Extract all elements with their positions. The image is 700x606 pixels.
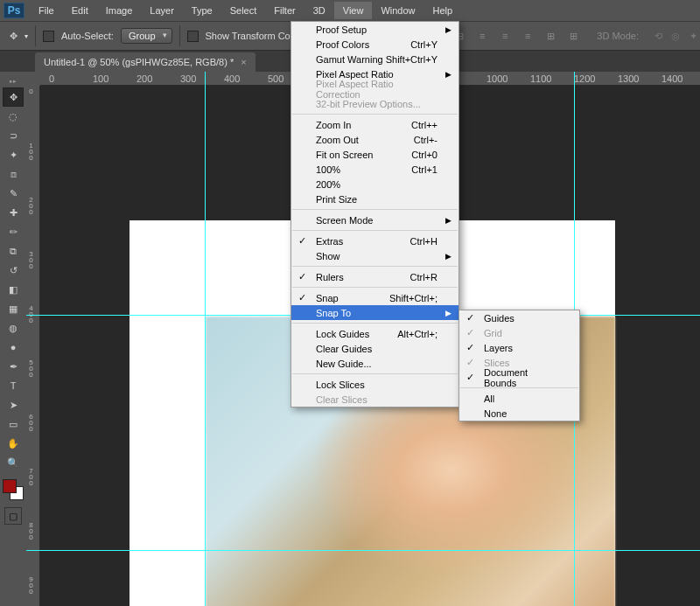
- ruler-tick: 900: [27, 575, 35, 594]
- quick-mask-toggle[interactable]: ▢: [4, 507, 22, 525]
- menu-item-none[interactable]: None: [459, 406, 579, 421]
- fg-color[interactable]: [3, 479, 17, 493]
- menu-item-lock-slices[interactable]: Lock Slices: [291, 377, 458, 392]
- align-btn[interactable]: ≡: [472, 26, 492, 45]
- check-icon: ✓: [466, 342, 474, 353]
- menu-item-print-size[interactable]: Print Size: [291, 192, 458, 206]
- menu-help[interactable]: Help: [424, 2, 462, 19]
- tool-eyedropper[interactable]: ✎: [3, 184, 24, 203]
- shortcut: Ctrl+Y: [410, 39, 438, 50]
- menu-image[interactable]: Image: [97, 2, 142, 19]
- tool-gradient[interactable]: ▦: [3, 299, 24, 318]
- menu-layer[interactable]: Layer: [141, 2, 183, 19]
- menu-label: 32-bit Preview Options...: [316, 99, 421, 109]
- align-btn[interactable]: ⊞: [564, 26, 583, 45]
- tool-type[interactable]: T: [3, 376, 24, 395]
- group-combo[interactable]: Group: [121, 28, 172, 44]
- tool-history[interactable]: ↺: [3, 261, 24, 280]
- menu-item-200[interactable]: 200%: [291, 177, 458, 192]
- menu-item-gamut-warning[interactable]: Gamut WarningShift+Ctrl+Y: [291, 52, 458, 66]
- menu-item-extras[interactable]: ✓ExtrasCtrl+H: [291, 233, 458, 248]
- tool-stamp[interactable]: ⧉: [3, 241, 24, 261]
- collapse-handle[interactable]: ▸▸: [0, 77, 26, 86]
- tool-pen[interactable]: ✒: [3, 357, 24, 376]
- menu-item-proof-colors[interactable]: Proof ColorsCtrl+Y: [291, 37, 458, 52]
- show-transform-checkbox[interactable]: [187, 31, 199, 42]
- menu-3d[interactable]: 3D: [304, 2, 334, 19]
- document-tab-title: Untitled-1 @ 50% (gsPIHWGz85E, RGB/8) *: [44, 57, 234, 67]
- divider: [35, 25, 36, 46]
- shortcut: Shift+Ctrl+Y: [386, 54, 438, 65]
- menu-label: Grid: [484, 328, 502, 338]
- tool-marquee[interactable]: ◌: [3, 107, 24, 126]
- color-swatches[interactable]: [3, 479, 24, 500]
- guide[interactable]: [26, 550, 700, 551]
- tool-lasso[interactable]: ⊃: [3, 126, 24, 145]
- tool-hand[interactable]: ✋: [3, 434, 24, 453]
- menu-separator: [292, 287, 458, 288]
- shortcut: Ctrl+1: [411, 164, 438, 175]
- tool-move[interactable]: ✥: [3, 87, 24, 107]
- menu-label: Snap: [316, 293, 339, 303]
- menu-item-lock-guides[interactable]: Lock GuidesAlt+Ctrl+;: [291, 326, 458, 341]
- move-tool-indicator[interactable]: ✥ ▾: [5, 28, 28, 44]
- menu-item-fit-on-screen[interactable]: Fit on ScreenCtrl+0: [291, 147, 458, 162]
- tool-eraser[interactable]: ◧: [3, 280, 24, 299]
- menu-item-proof-setup[interactable]: Proof Setup▶: [291, 22, 458, 37]
- menu-item-new-guide[interactable]: New Guide...: [291, 356, 458, 371]
- menu-view[interactable]: View: [334, 2, 373, 19]
- menu-separator: [292, 114, 458, 115]
- close-icon[interactable]: ×: [241, 57, 246, 67]
- menu-type[interactable]: Type: [183, 2, 221, 19]
- menu-item-document-bounds[interactable]: ✓Document Bounds: [459, 370, 579, 385]
- menu-item-layers[interactable]: ✓Layers: [459, 340, 579, 355]
- tool-brush[interactable]: ✏: [3, 222, 24, 241]
- menu-item-zoom-out[interactable]: Zoom OutCtrl+-: [291, 132, 458, 147]
- menu-select[interactable]: Select: [221, 2, 266, 19]
- align-btn[interactable]: ≡: [518, 26, 537, 45]
- tool-quick-select[interactable]: ✦: [3, 145, 24, 164]
- pan-icon[interactable]: ◎: [668, 29, 682, 43]
- menu-item-snap-to[interactable]: Snap To▶: [291, 305, 458, 320]
- menu-label: New Guide...: [316, 359, 372, 369]
- align-btn[interactable]: ⊞: [541, 26, 560, 45]
- tool-zoom[interactable]: 🔍: [3, 453, 24, 472]
- menu-file[interactable]: File: [30, 2, 63, 19]
- tool-blur[interactable]: ◍: [3, 318, 24, 338]
- menu-label: Clear Slices: [316, 394, 368, 405]
- menu-item-show[interactable]: Show▶: [291, 248, 458, 263]
- ruler-tick: 1400: [662, 73, 682, 84]
- menu-window[interactable]: Window: [372, 2, 424, 19]
- tool-heal[interactable]: ✚: [3, 203, 24, 222]
- ruler-tick: 1300: [618, 73, 639, 84]
- menu-item-rulers[interactable]: ✓RulersCtrl+R: [291, 269, 458, 284]
- ruler-tick: 400: [27, 304, 35, 323]
- tool-path-select[interactable]: ➤: [3, 395, 24, 414]
- menu-edit[interactable]: Edit: [63, 2, 97, 19]
- menu-label: 200%: [316, 179, 340, 190]
- menu-item-snap[interactable]: ✓SnapShift+Ctrl+;: [291, 290, 458, 305]
- tool-crop[interactable]: ⧈: [3, 164, 24, 184]
- menu-item-screen-mode[interactable]: Screen Mode▶: [291, 212, 458, 227]
- align-btn[interactable]: ≡: [495, 26, 514, 45]
- menu-item-zoom-in[interactable]: Zoom InCtrl++: [291, 117, 458, 132]
- tool-rectangle[interactable]: ▭: [3, 414, 24, 434]
- menu-separator: [292, 266, 458, 267]
- menu-item-clear-guides[interactable]: Clear Guides: [291, 341, 458, 356]
- menu-filter[interactable]: Filter: [265, 2, 304, 19]
- menu-item-100[interactable]: 100%Ctrl+1: [291, 162, 458, 177]
- tool-dodge[interactable]: ●: [3, 338, 24, 357]
- menu-item-guides[interactable]: ✓Guides: [459, 310, 579, 325]
- document-tab[interactable]: Untitled-1 @ 50% (gsPIHWGz85E, RGB/8) * …: [35, 52, 256, 72]
- auto-select-checkbox[interactable]: [43, 31, 54, 42]
- guide[interactable]: [205, 72, 206, 606]
- vertical-ruler[interactable]: 0100200300400500600700800900: [26, 86, 40, 606]
- slide-icon[interactable]: ✦: [686, 29, 700, 43]
- menu-item-all[interactable]: All: [459, 391, 579, 406]
- menu-label: Screen Mode: [316, 215, 373, 226]
- view-menu: Proof Setup▶Proof ColorsCtrl+YGamut Warn…: [290, 21, 459, 407]
- orbit-icon[interactable]: ⟲: [651, 29, 665, 43]
- ruler-tick: 800: [27, 521, 35, 540]
- shortcut: Shift+Ctrl+;: [389, 293, 438, 303]
- shortcut: Ctrl+R: [410, 272, 438, 282]
